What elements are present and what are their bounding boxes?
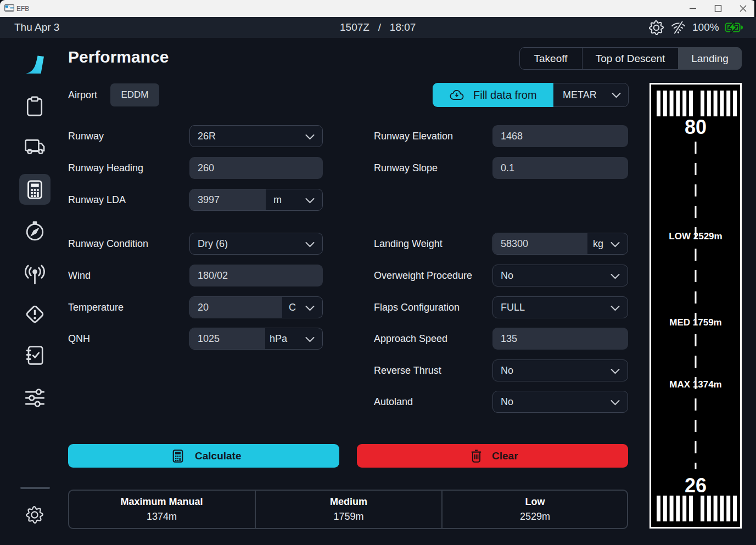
- svg-text:80: 80: [685, 116, 707, 138]
- svg-text:MAX 1374m: MAX 1374m: [669, 379, 721, 390]
- svg-text:MED 1759m: MED 1759m: [669, 317, 721, 328]
- svg-text:LOW 2529m: LOW 2529m: [669, 231, 722, 241]
- svg-text:26: 26: [685, 474, 707, 497]
